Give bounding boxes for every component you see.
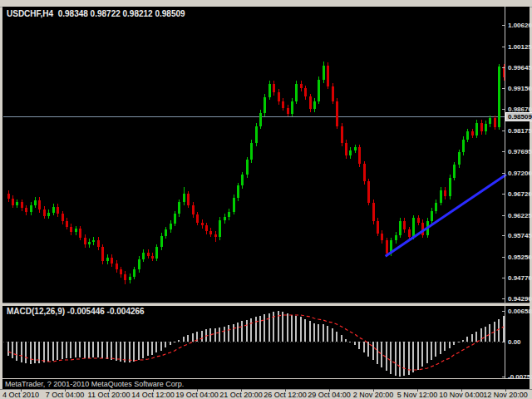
pane-splitter[interactable] [2, 303, 530, 306]
price-axis-label: 0.96225 [508, 212, 532, 219]
price-axis-label: 1.00620 [508, 22, 532, 29]
macd-axis-label: 0.00 [508, 338, 521, 346]
chart-area[interactable]: USDCHF,H4 0.98348 0.98722 0.98212 0.9850… [2, 7, 530, 389]
time-axis-label: 11 Oct 20:00 [88, 391, 131, 399]
time-axis[interactable]: 4 Oct 20107 Oct 04:0011 Oct 20:0014 Oct … [0, 389, 532, 399]
time-axis-label: 12 Nov 20:00 [483, 391, 528, 399]
price-axis-divider [505, 7, 505, 379]
price-axis-label: 1.00125 [508, 43, 532, 51]
time-axis-label: 29 Oct 04:00 [308, 391, 351, 399]
time-axis-label: 4 Oct 2010 [2, 391, 39, 399]
time-axis-label: 10 Nov 04:00 [439, 391, 484, 399]
chart-canvas[interactable] [2, 7, 530, 389]
price-axis-label: 0.96720 [508, 190, 532, 198]
time-axis-label: 21 Oct 20:00 [219, 391, 263, 399]
macd-pane-bottom-border [2, 378, 530, 379]
macd-indicator-label: MACD(12,26,9) -0.005446 -0.004266 [7, 307, 145, 316]
price-axis-label: 0.94770 [508, 274, 532, 282]
copyright-text: MetaTrader, ? 2001-2010 MetaQuotes Softw… [5, 380, 184, 388]
time-axis-label: 7 Oct 04:00 [46, 391, 85, 399]
price-axis-label: 0.95250 [508, 254, 532, 261]
macd-axis-label: -0.00753 [508, 373, 532, 381]
macd-axis-label: 0.006587 [508, 308, 532, 315]
time-axis-label: 5 Nov 12:00 [397, 391, 438, 399]
price-axis-label: 0.94290 [508, 295, 532, 303]
price-axis-label: 0.99150 [508, 85, 532, 92]
price-axis-label: 0.95745 [508, 232, 532, 239]
time-axis-label: 2 Nov 20:00 [353, 391, 394, 399]
price-axis-label: 0.98175 [508, 127, 532, 135]
price-axis-label: 0.97200 [508, 170, 532, 177]
symbol-ohlc-title: USDCHF,H4 0.98348 0.98722 0.98212 0.9850… [7, 9, 185, 18]
mt4-chart-window: { "window": { "ohlc_title": "USDCHF,H4 0… [0, 0, 532, 399]
price-axis-label: 0.99645 [508, 64, 532, 71]
price-axis-label: 0.97695 [508, 148, 532, 155]
time-axis-label: 26 Oct 12:00 [264, 391, 307, 399]
current-price-tag: 0.98509 [505, 112, 532, 121]
time-axis-label: 14 Oct 12:00 [131, 391, 175, 399]
time-axis-label: 19 Oct 04:00 [175, 391, 219, 399]
